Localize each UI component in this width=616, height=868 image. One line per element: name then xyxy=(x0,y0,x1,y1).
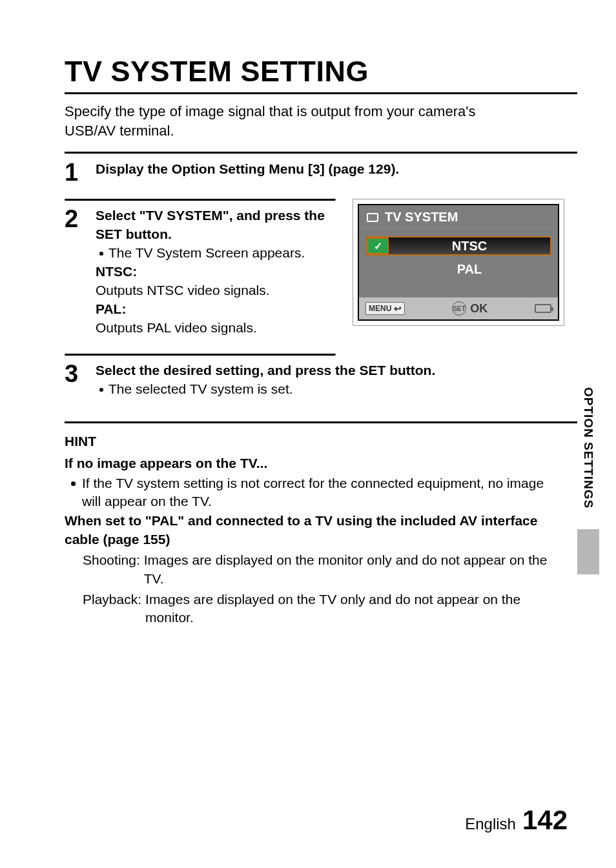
card-icon xyxy=(367,213,378,222)
hint-title: HINT xyxy=(65,432,555,450)
step-number: 2 xyxy=(65,207,84,231)
camera-screen-inner: TV SYSTEM ✓ NTSC PAL MENU xyxy=(358,204,559,321)
page-footer: English 142 xyxy=(465,805,568,836)
ntsc-text: Outputs NTSC video signals. xyxy=(96,281,336,300)
check-icon: ✓ xyxy=(367,237,389,254)
step-3-head: Select the desired setting, and press th… xyxy=(96,361,577,380)
camera-footer: MENU ↩ SET OK xyxy=(359,297,558,319)
hint-shooting-val: Images are displayed on the monitor only… xyxy=(144,551,555,588)
camera-screen: TV SYSTEM ✓ NTSC PAL MENU xyxy=(353,199,564,326)
camera-title: TV SYSTEM xyxy=(385,210,458,225)
divider xyxy=(65,152,577,154)
page-title: TV SYSTEM SETTING xyxy=(65,55,577,88)
side-tab-label: OPTION SETTINGS xyxy=(581,387,595,509)
footer-language: English xyxy=(465,815,516,833)
bullet-dot-icon xyxy=(71,481,76,486)
camera-option-label: NTSC xyxy=(389,239,550,254)
step-number: 3 xyxy=(65,361,84,386)
hint-shooting-key: Shooting: xyxy=(83,551,140,588)
side-tab-highlight xyxy=(577,529,599,574)
hint-bullet-1-text: If the TV system setting is not correct … xyxy=(82,474,555,511)
step-3-bullet: The selected TV system is set. xyxy=(99,380,577,399)
step-2-bullet: The TV System Screen appears. xyxy=(99,244,336,263)
menu-text: MENU xyxy=(369,304,391,313)
hint-playback-val: Images are displayed on the TV only and … xyxy=(145,590,555,627)
intro-text: Specify the type of image signal that is… xyxy=(65,102,577,140)
hint-bullet-1: If the TV system setting is not correct … xyxy=(71,474,555,511)
hint-playback-row: Playback: Images are displayed on the TV… xyxy=(83,590,555,627)
ok-indicator[interactable]: SET OK xyxy=(452,301,488,316)
back-arrow-icon: ↩ xyxy=(394,303,402,314)
page: TV SYSTEM SETTING Specify the type of im… xyxy=(0,0,616,868)
camera-option-pal[interactable]: PAL xyxy=(365,259,551,279)
step-1-text: Display the Option Setting Menu [3] (pag… xyxy=(96,160,577,179)
hint-block: HINT If no image appears on the TV... If… xyxy=(65,421,577,627)
bullet-dot-icon xyxy=(99,252,103,256)
pal-text: Outputs PAL video signals. xyxy=(96,319,336,338)
footer-page-number: 142 xyxy=(522,805,568,836)
hint-playback-key: Playback: xyxy=(83,590,141,627)
hint-sub1: If no image appears on the TV... xyxy=(65,454,555,472)
bullet-dot-icon xyxy=(99,388,103,392)
step-body: Select "TV SYSTEM", and press the SET bu… xyxy=(96,207,336,338)
step-number: 1 xyxy=(65,160,84,185)
ok-text: OK xyxy=(470,302,488,316)
step-2-row: 2 Select "TV SYSTEM", and press the SET … xyxy=(65,199,577,338)
divider xyxy=(65,354,336,356)
camera-option-label: PAL xyxy=(387,262,551,277)
hint-sub2: When set to "PAL" and connected to a TV … xyxy=(65,512,555,549)
step-2: 2 Select "TV SYSTEM", and press the SET … xyxy=(65,207,336,338)
hint-shooting-row: Shooting: Images are displayed on the mo… xyxy=(83,551,555,588)
step-3: 3 Select the desired setting, and press … xyxy=(65,361,577,399)
step-2-bullet-text: The TV System Screen appears. xyxy=(108,244,305,263)
menu-back-icon[interactable]: MENU ↩ xyxy=(365,302,405,315)
step-3-bullet-text: The selected TV system is set. xyxy=(108,380,293,399)
camera-options: ✓ NTSC PAL xyxy=(359,228,558,297)
ntsc-label: NTSC: xyxy=(96,263,336,281)
step-1: 1 Display the Option Setting Menu [3] (p… xyxy=(65,160,577,185)
set-icon: SET xyxy=(452,301,466,316)
camera-header: TV SYSTEM xyxy=(359,205,558,228)
step-body: Select the desired setting, and press th… xyxy=(96,361,577,399)
divider xyxy=(65,199,336,201)
battery-icon xyxy=(535,304,551,313)
pal-label: PAL: xyxy=(96,300,336,319)
divider xyxy=(65,92,577,94)
step-body: Display the Option Setting Menu [3] (pag… xyxy=(96,160,577,179)
step-2-head: Select "TV SYSTEM", and press the SET bu… xyxy=(96,207,336,244)
side-tab: OPTION SETTINGS xyxy=(579,387,598,581)
camera-option-ntsc[interactable]: ✓ NTSC xyxy=(365,236,551,256)
